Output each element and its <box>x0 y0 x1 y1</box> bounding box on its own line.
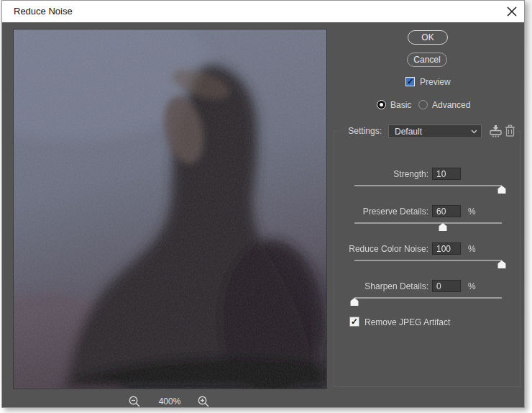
save-preset-icon <box>488 124 503 138</box>
strength-slider-thumb[interactable] <box>497 186 507 194</box>
strength-label: Strength: <box>318 169 428 179</box>
radio-basic-label: Basic <box>390 100 411 110</box>
radio-advanced[interactable] <box>418 100 428 109</box>
delete-preset-button[interactable] <box>505 124 515 138</box>
settings-label: Settings: <box>318 126 382 136</box>
close-button[interactable] <box>504 4 520 19</box>
title-bar[interactable]: Reduce Noise <box>2 1 524 22</box>
trash-icon <box>505 124 515 138</box>
preview-checkbox[interactable]: ✓ <box>405 77 415 86</box>
close-icon <box>507 6 517 17</box>
sharpen-details-input[interactable] <box>432 280 461 292</box>
preserve-details-input[interactable] <box>432 205 461 217</box>
slider-row-reduce-color-noise: Reduce Color Noise: % <box>318 242 521 273</box>
slider-row-sharpen-details: Sharpen Details: % <box>318 280 521 310</box>
slider-row-preserve-details: Preserve Details: % <box>318 205 521 235</box>
zoom-out-button[interactable] <box>128 395 141 408</box>
sharpen-details-slider-thumb[interactable] <box>350 298 359 306</box>
preview-checkbox-label: Preview <box>420 77 451 87</box>
preserve-details-slider-thumb[interactable] <box>439 223 448 231</box>
zoom-out-icon <box>128 395 141 408</box>
sharpen-details-unit: % <box>468 281 476 291</box>
strength-slider-track[interactable] <box>354 185 502 186</box>
cancel-button[interactable]: Cancel <box>407 53 447 67</box>
image-preview[interactable] <box>13 29 327 389</box>
remove-jpeg-artifact-checkbox[interactable]: ✓ <box>349 317 359 327</box>
strength-input[interactable] <box>432 168 461 180</box>
sharpen-details-label: Sharpen Details: <box>318 281 428 291</box>
settings-dropdown[interactable]: Default <box>388 124 482 138</box>
noisy-portrait-image <box>14 30 326 389</box>
check-icon: ✓ <box>351 317 358 326</box>
zoom-level: 400% <box>146 396 193 407</box>
check-icon: ✓ <box>407 78 413 86</box>
settings-dropdown-value: Default <box>389 127 471 137</box>
remove-jpeg-artifact-label: Remove JPEG Artifact <box>364 317 450 327</box>
reduce-noise-dialog: Reduce Noise <box>1 0 525 408</box>
preserve-details-unit: % <box>468 206 476 217</box>
reduce-color-noise-unit: % <box>468 244 476 254</box>
preserve-details-slider-track[interactable] <box>354 222 502 224</box>
slider-row-strength: Strength: <box>318 168 521 198</box>
reduce-color-noise-slider-thumb[interactable] <box>497 260 507 268</box>
reduce-color-noise-slider-track[interactable] <box>354 260 502 261</box>
save-preset-button[interactable] <box>488 124 503 138</box>
sharpen-details-slider-track[interactable] <box>354 297 502 299</box>
reduce-color-noise-input[interactable] <box>432 242 461 255</box>
chevron-down-icon <box>471 130 481 134</box>
dialog-title: Reduce Noise <box>14 1 73 22</box>
ok-button[interactable]: OK <box>408 30 448 45</box>
radio-advanced-label: Advanced <box>432 100 470 110</box>
reduce-color-noise-label: Reduce Color Noise: <box>318 244 428 254</box>
preserve-details-label: Preserve Details: <box>318 206 428 217</box>
zoom-in-icon <box>197 395 210 408</box>
zoom-in-button[interactable] <box>197 395 210 408</box>
radio-basic[interactable] <box>377 100 386 109</box>
